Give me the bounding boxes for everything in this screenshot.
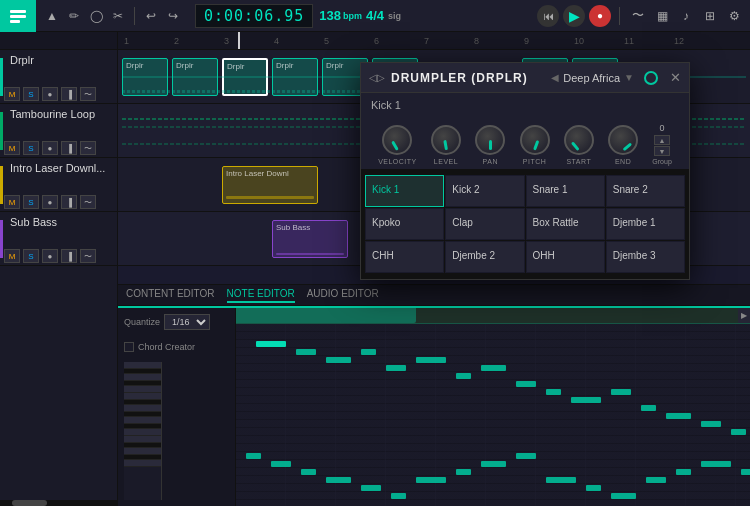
note-4[interactable] <box>361 349 376 355</box>
pad-snare2[interactable]: Snare 2 <box>606 175 685 207</box>
note-32[interactable] <box>646 477 666 483</box>
mute-btn-subbass[interactable]: M <box>4 249 20 263</box>
note-1[interactable] <box>256 341 286 347</box>
note-9[interactable] <box>516 381 536 387</box>
note-27[interactable] <box>481 461 506 467</box>
track-scrollbar[interactable] <box>0 500 117 506</box>
note-editor-scroll-right[interactable]: ▶ <box>738 308 750 323</box>
eraser-tool[interactable]: ◯ <box>86 6 106 26</box>
play-button[interactable]: ▶ <box>563 5 585 27</box>
note-10[interactable] <box>546 389 561 395</box>
app-logo[interactable] <box>0 0 36 32</box>
plugin-close-btn[interactable]: ✕ <box>670 70 681 85</box>
pad-ohh[interactable]: OHH <box>526 241 605 273</box>
preset-next[interactable]: ▼ <box>624 72 634 83</box>
tab-content-editor[interactable]: CONTENT EDITOR <box>126 288 215 303</box>
group-down[interactable]: ▼ <box>654 146 670 156</box>
note-25[interactable] <box>416 477 446 483</box>
solo-btn-tambourine[interactable]: S <box>23 141 39 155</box>
settings-icon[interactable]: ⚙ <box>724 6 744 26</box>
mute-btn-intro[interactable]: M <box>4 195 20 209</box>
quantize-select[interactable]: 1/16 1/8 1/4 <box>164 314 210 330</box>
pad-snare1[interactable]: Snare 1 <box>526 175 605 207</box>
prev-button[interactable]: ⏮ <box>537 5 559 27</box>
redo-button[interactable]: ↪ <box>163 6 183 26</box>
undo-button[interactable]: ↩ <box>141 6 161 26</box>
note-13[interactable] <box>641 405 656 411</box>
song-ruler[interactable]: 1 2 3 4 5 6 7 8 9 10 11 12 <box>118 32 750 50</box>
level-knob[interactable] <box>431 125 461 155</box>
note-16[interactable] <box>731 429 746 435</box>
playlist-icon[interactable]: ▦ <box>652 6 672 26</box>
pencil-tool[interactable]: ✏ <box>64 6 84 26</box>
note-21[interactable] <box>301 469 316 475</box>
note-24[interactable] <box>391 493 406 499</box>
pad-djembe1[interactable]: Djembe 1 <box>606 208 685 240</box>
wave-btn-subbass[interactable]: 〜 <box>80 249 96 263</box>
note-7[interactable] <box>456 373 471 379</box>
note-15[interactable] <box>701 421 721 427</box>
note-30[interactable] <box>586 485 601 491</box>
pad-chh[interactable]: CHH <box>365 241 444 273</box>
time-sig[interactable]: 4/4 sig <box>366 8 401 23</box>
browser-icon[interactable]: ♪ <box>676 6 696 26</box>
pad-clap[interactable]: Clap <box>445 208 524 240</box>
plugin-power-btn[interactable] <box>644 71 658 85</box>
vol-btn-tambourine[interactable]: ▐ <box>61 141 77 155</box>
tab-audio-editor[interactable]: AUDIO EDITOR <box>307 288 379 303</box>
note-12[interactable] <box>611 389 631 395</box>
end-knob[interactable] <box>608 125 638 155</box>
tab-note-editor[interactable]: NOTE EDITOR <box>227 288 295 303</box>
record-btn-drplr[interactable]: ● <box>42 87 58 101</box>
cursor-tool[interactable]: ▲ <box>42 6 62 26</box>
plugin-icon[interactable]: ⊞ <box>700 6 720 26</box>
note-29[interactable] <box>546 477 576 483</box>
preset-prev[interactable]: ◀ <box>551 72 559 83</box>
pitch-knob[interactable] <box>520 125 550 155</box>
note-grid[interactable] <box>236 324 750 506</box>
mute-btn-tambourine[interactable]: M <box>4 141 20 155</box>
record-btn-subbass[interactable]: ● <box>42 249 58 263</box>
solo-btn-intro[interactable]: S <box>23 195 39 209</box>
note-26[interactable] <box>456 469 471 475</box>
note-28[interactable] <box>516 453 536 459</box>
note-14[interactable] <box>666 413 691 419</box>
start-knob[interactable] <box>564 125 594 155</box>
chord-creator-checkbox[interactable] <box>124 342 134 352</box>
note-31[interactable] <box>611 493 636 499</box>
note-5[interactable] <box>386 365 406 371</box>
wave-btn-tambourine[interactable]: 〜 <box>80 141 96 155</box>
note-editor[interactable]: ▶ <box>236 308 750 506</box>
bpm-display[interactable]: 138 bpm <box>319 8 362 23</box>
solo-btn-drplr[interactable]: S <box>23 87 39 101</box>
pad-djembe3[interactable]: Djembe 3 <box>606 241 685 273</box>
solo-btn-subbass[interactable]: S <box>23 249 39 263</box>
note-20[interactable] <box>271 461 291 467</box>
note-33[interactable] <box>676 469 691 475</box>
wave-btn-drplr[interactable]: 〜 <box>80 87 96 101</box>
vol-btn-intro[interactable]: ▐ <box>61 195 77 209</box>
note-11[interactable] <box>571 397 601 403</box>
note-3[interactable] <box>326 357 351 363</box>
pad-djembe2[interactable]: Djembe 2 <box>445 241 524 273</box>
pad-kpoko[interactable]: Kpoko <box>365 208 444 240</box>
velocity-knob[interactable] <box>382 125 412 155</box>
scrollbar-thumb[interactable] <box>12 500 47 506</box>
record-button[interactable]: ● <box>589 5 611 27</box>
pad-kick1[interactable]: Kick 1 <box>365 175 444 207</box>
record-btn-intro[interactable]: ● <box>42 195 58 209</box>
note-6[interactable] <box>416 357 446 363</box>
note-35[interactable] <box>741 469 750 475</box>
pad-boxrattle[interactable]: Box Rattle <box>526 208 605 240</box>
record-btn-tambourine[interactable]: ● <box>42 141 58 155</box>
note-34[interactable] <box>701 461 731 467</box>
note-8[interactable] <box>481 365 506 371</box>
vol-btn-subbass[interactable]: ▐ <box>61 249 77 263</box>
mixer-icon[interactable]: 〜 <box>628 6 648 26</box>
note-2[interactable] <box>296 349 316 355</box>
pan-knob[interactable] <box>475 125 505 155</box>
note-19[interactable] <box>246 453 261 459</box>
note-23[interactable] <box>361 485 381 491</box>
group-up[interactable]: ▲ <box>654 135 670 145</box>
cut-tool[interactable]: ✂ <box>108 6 128 26</box>
